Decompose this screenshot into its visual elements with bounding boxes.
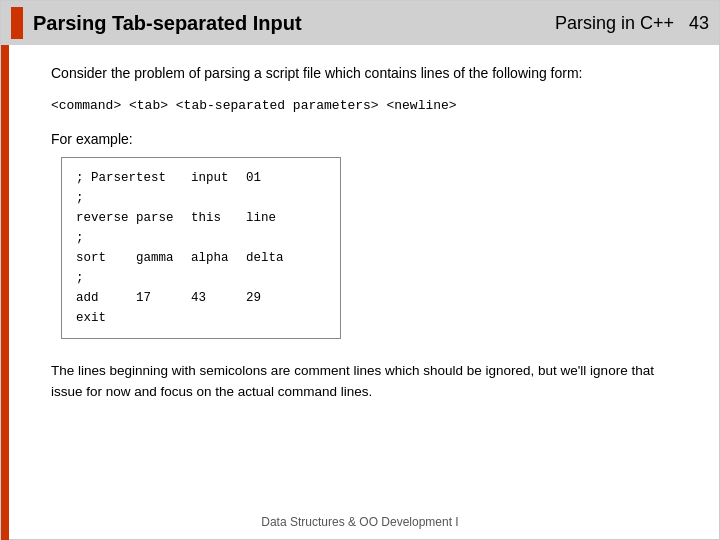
main-content: Consider the problem of parsing a script… xyxy=(1,45,719,429)
header-title: Parsing Tab-separated Input xyxy=(33,12,555,35)
left-accent-bar xyxy=(1,45,9,540)
code-cell xyxy=(246,308,301,328)
slide-number: 43 xyxy=(689,13,709,33)
code-cell xyxy=(246,188,301,208)
code-row-6: ; xyxy=(76,268,301,288)
code-row-5: sort gamma alpha delta xyxy=(76,248,301,268)
header-subtitle-text: Parsing in C++ xyxy=(555,13,674,33)
code-row-1: ; Parser test input 01 xyxy=(76,168,301,188)
code-cell: ; xyxy=(76,268,136,288)
code-row-3: reverse parse this line xyxy=(76,208,301,228)
code-cell xyxy=(136,188,191,208)
code-cell xyxy=(246,268,301,288)
code-table: ; Parser test input 01 ; reverse xyxy=(76,168,301,328)
code-cell: 43 xyxy=(191,288,246,308)
code-cell xyxy=(191,268,246,288)
code-cell: ; xyxy=(76,228,136,248)
code-row-4: ; xyxy=(76,228,301,248)
code-cell: this xyxy=(191,208,246,228)
code-cell xyxy=(191,188,246,208)
intro-text: Consider the problem of parsing a script… xyxy=(51,63,689,84)
header: Parsing Tab-separated Input Parsing in C… xyxy=(1,1,719,45)
code-cell: exit xyxy=(76,308,136,328)
code-cell xyxy=(136,228,191,248)
code-cell xyxy=(246,228,301,248)
slide-footer: Data Structures & OO Development I xyxy=(1,515,719,529)
code-box: ; Parser test input 01 ; reverse xyxy=(61,157,341,339)
code-cell: sort xyxy=(76,248,136,268)
header-accent-bar xyxy=(11,7,23,39)
code-cell: gamma xyxy=(136,248,191,268)
command-format: <command> <tab> <tab-separated parameter… xyxy=(51,98,689,113)
code-cell xyxy=(136,308,191,328)
code-row-7: add 17 43 29 xyxy=(76,288,301,308)
code-cell: test xyxy=(136,168,191,188)
code-cell: ; Parser xyxy=(76,168,136,188)
code-cell: delta xyxy=(246,248,301,268)
code-row-8: exit xyxy=(76,308,301,328)
code-cell: reverse xyxy=(76,208,136,228)
header-subtitle: Parsing in C++ 43 xyxy=(555,13,709,34)
code-cell xyxy=(191,308,246,328)
code-cell: 29 xyxy=(246,288,301,308)
code-cell: 01 xyxy=(246,168,301,188)
code-cell: alpha xyxy=(191,248,246,268)
code-cell: parse xyxy=(136,208,191,228)
code-cell: 17 xyxy=(136,288,191,308)
code-cell: add xyxy=(76,288,136,308)
code-row-2: ; xyxy=(76,188,301,208)
code-cell xyxy=(191,228,246,248)
code-cell: line xyxy=(246,208,301,228)
code-cell: input xyxy=(191,168,246,188)
content-area: Consider the problem of parsing a script… xyxy=(21,45,719,429)
code-cell xyxy=(136,268,191,288)
code-cell: ; xyxy=(76,188,136,208)
for-example-label: For example: xyxy=(51,131,689,147)
footer-text: The lines beginning with semicolons are … xyxy=(51,361,689,403)
slide-container: Parsing Tab-separated Input Parsing in C… xyxy=(0,0,720,540)
